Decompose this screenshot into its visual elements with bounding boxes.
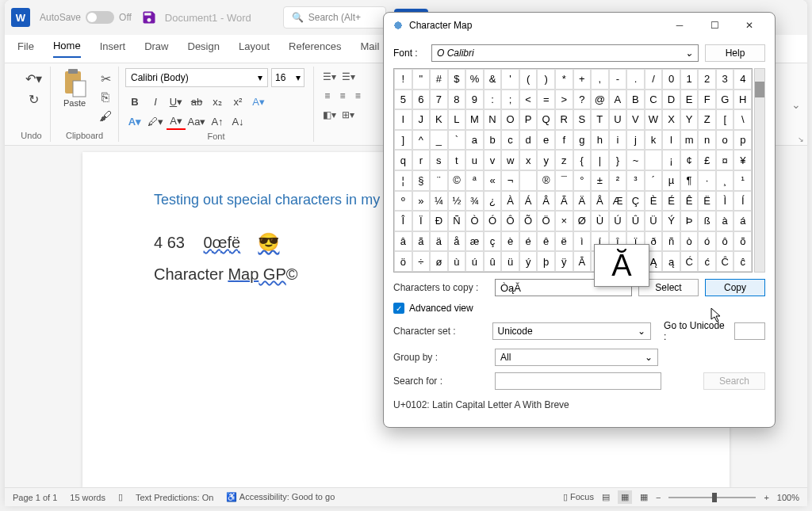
char-cell[interactable]: º <box>394 191 412 212</box>
numbering-button[interactable]: ☰▾ <box>339 68 357 86</box>
char-cell[interactable]: y <box>537 150 555 170</box>
char-cell[interactable]: 2 <box>698 69 716 90</box>
char-cell[interactable]: V <box>626 109 645 130</box>
advanced-view-checkbox[interactable]: ✓ Advanced view <box>393 303 765 314</box>
char-cell[interactable]: ; <box>501 90 519 110</box>
char-cell[interactable]: r <box>412 150 431 170</box>
char-cell[interactable]: , <box>591 69 609 90</box>
char-cell[interactable]: Õ <box>519 211 538 231</box>
char-cell[interactable]: ¨ <box>430 170 448 191</box>
superscript-button[interactable]: x² <box>228 93 247 110</box>
char-cell[interactable]: Ê <box>680 191 699 212</box>
char-cell[interactable]: è <box>501 231 519 252</box>
char-cell[interactable]: Ì <box>716 191 734 212</box>
char-cell[interactable]: â <box>394 231 412 252</box>
paste-button[interactable]: Paste <box>57 67 92 131</box>
char-cell[interactable]: ( <box>519 69 538 90</box>
char-cell[interactable]: Å <box>591 191 609 212</box>
char-cell[interactable]: O <box>501 109 519 130</box>
char-cell[interactable]: z <box>555 150 573 170</box>
cut-button[interactable]: ✂ <box>97 70 114 87</box>
char-cell[interactable]: 4 <box>733 69 752 90</box>
tab-mailings[interactable]: Mail <box>361 40 380 57</box>
char-cell[interactable]: F <box>698 90 716 110</box>
groupby-dropdown[interactable]: All ⌄ <box>495 349 658 366</box>
char-cell[interactable]: µ <box>662 170 680 191</box>
char-cell[interactable]: Û <box>626 211 645 231</box>
undo-button[interactable]: ↶▾ <box>22 70 44 87</box>
char-cell[interactable] <box>645 150 663 170</box>
font-name-select[interactable]: Calibri (Body)▾ <box>125 68 268 87</box>
char-cell[interactable]: Ï <box>412 211 431 231</box>
borders-button[interactable]: ⊞▾ <box>339 106 357 124</box>
char-cell[interactable]: ĉ <box>733 251 752 272</box>
char-cell[interactable]: 1 <box>680 69 699 90</box>
font-dropdown[interactable]: O Calibri ⌄ <box>431 44 699 62</box>
char-cell[interactable]: : <box>484 90 502 110</box>
char-cell[interactable]: À <box>501 191 519 212</box>
char-cell[interactable]: . <box>626 69 645 90</box>
char-cell[interactable]: ­ <box>519 170 538 191</box>
char-cell[interactable]: ? <box>573 90 592 110</box>
char-cell[interactable]: c <box>501 130 519 151</box>
char-cell[interactable]: K <box>430 109 448 130</box>
char-cell[interactable]: 0 <box>662 69 680 90</box>
char-cell[interactable]: Þ <box>680 211 699 231</box>
copy-button[interactable]: ⎘ <box>97 89 114 106</box>
char-cell[interactable]: ³ <box>626 170 645 191</box>
char-cell[interactable]: Ã <box>555 191 573 212</box>
char-cell[interactable]: 7 <box>430 90 448 110</box>
char-cell[interactable]: Ù <box>591 211 609 231</box>
char-cell[interactable]: 3 <box>716 69 734 90</box>
align-center-button[interactable]: ≡ <box>335 87 349 105</box>
underline-button[interactable]: U▾ <box>167 93 186 110</box>
close-button[interactable]: ✕ <box>732 13 767 37</box>
char-cell[interactable]: é <box>519 231 538 252</box>
char-cell[interactable]: ¦ <box>394 170 412 191</box>
char-cell[interactable]: d <box>519 130 538 151</box>
char-cell[interactable]: L <box>448 109 466 130</box>
format-painter-button[interactable]: 🖌 <box>97 108 114 125</box>
char-cell[interactable]: ¤ <box>716 150 734 170</box>
char-cell[interactable]: S <box>573 109 592 130</box>
char-cell[interactable]: ¯ <box>555 170 573 191</box>
char-cell[interactable]: ¬ <box>501 170 519 191</box>
subscript-button[interactable]: x₂ <box>208 93 227 110</box>
autosave-toggle[interactable]: AutoSave Off <box>40 11 132 24</box>
char-cell[interactable]: R <box>555 109 573 130</box>
bullets-button[interactable]: ☰▾ <box>320 68 338 86</box>
redo-button[interactable]: ↻ <box>22 90 44 108</box>
char-cell[interactable]: 8 <box>448 90 466 110</box>
strikethrough-button[interactable]: ab <box>187 93 206 110</box>
char-cell[interactable]: Í <box>733 191 752 212</box>
char-cell[interactable]: $ <box>448 69 466 90</box>
char-cell[interactable]: ì <box>573 231 592 252</box>
maximize-button[interactable]: ☐ <box>697 13 732 37</box>
char-cell[interactable]: h <box>591 130 609 151</box>
char-cell[interactable]: ë <box>555 231 573 252</box>
align-right-button[interactable]: ≡ <box>351 87 365 105</box>
char-cell[interactable]: ' <box>501 69 519 90</box>
char-cell[interactable]: k <box>645 130 663 151</box>
ribbon-collapse-button[interactable]: ⌄ <box>791 98 801 111</box>
char-cell[interactable]: Ó <box>484 211 502 231</box>
char-cell[interactable]: P <box>519 109 538 130</box>
char-cell[interactable]: ` <box>448 130 466 151</box>
tab-insert[interactable]: Insert <box>100 40 126 57</box>
focus-mode[interactable]: ▯ Focus <box>563 492 594 502</box>
char-cell[interactable]: È <box>645 191 663 212</box>
char-cell[interactable]: T <box>591 109 609 130</box>
char-cell[interactable]: £ <box>698 150 716 170</box>
char-cell[interactable]: Â <box>537 191 555 212</box>
char-cell[interactable]: Ñ <box>448 211 466 231</box>
char-cell[interactable]: ± <box>591 170 609 191</box>
spellcheck-icon[interactable]: ▯ <box>118 492 123 502</box>
char-cell[interactable]: / <box>645 69 663 90</box>
char-cell[interactable]: à <box>716 211 734 231</box>
char-cell[interactable]: N <box>484 109 502 130</box>
highlight-button[interactable]: 🖊▾ <box>146 112 165 130</box>
char-cell[interactable]: ý <box>519 251 538 272</box>
char-cell[interactable]: ´ <box>645 170 663 191</box>
char-cell[interactable]: g <box>573 130 592 151</box>
char-cell[interactable]: ¢ <box>680 150 699 170</box>
